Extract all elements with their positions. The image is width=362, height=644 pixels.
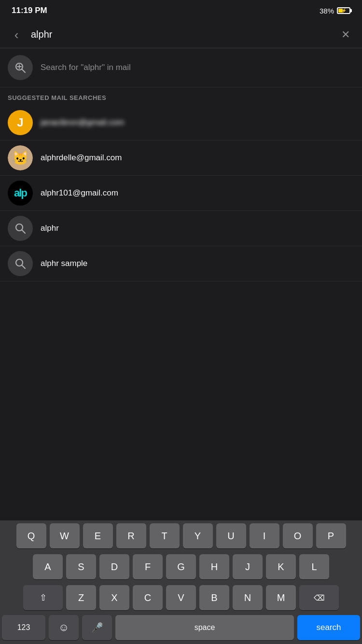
battery-percent: 38%: [320, 7, 334, 15]
section-header: SUGGESTED MAIL SEARCHES: [0, 87, 362, 105]
contact-email: janacibron@gmail.com: [41, 118, 124, 127]
status-time: 11:19 PM: [12, 6, 47, 15]
key-p[interactable]: P: [316, 523, 346, 548]
key-e[interactable]: E: [83, 523, 113, 548]
key-n[interactable]: N: [233, 585, 263, 610]
search-avatar-icon: [14, 257, 27, 270]
key-j[interactable]: J: [233, 554, 263, 579]
avatar: [8, 251, 33, 276]
contact-email: alphr sample: [41, 259, 87, 268]
keyboard-bottom-row: 123 ☺ 🎤 space search: [0, 613, 362, 644]
key-a[interactable]: A: [33, 554, 63, 579]
list-item[interactable]: alphr: [0, 211, 362, 246]
search-key[interactable]: search: [297, 615, 360, 640]
key-k[interactable]: K: [266, 554, 296, 579]
key-h[interactable]: H: [199, 554, 229, 579]
key-z[interactable]: Z: [66, 585, 96, 610]
back-button[interactable]: ‹: [8, 26, 25, 43]
key-t[interactable]: T: [150, 523, 180, 548]
battery-icon: ⚡: [337, 7, 350, 14]
avatar: [8, 216, 33, 241]
clear-icon: ✕: [341, 28, 350, 41]
key-q[interactable]: Q: [16, 523, 46, 548]
key-d[interactable]: D: [99, 554, 129, 579]
avatar-letter: J: [17, 116, 23, 129]
key-y[interactable]: Y: [183, 523, 213, 548]
alp-logo-icon: alp: [14, 187, 27, 199]
list-item[interactable]: J janacibron@gmail.com: [0, 105, 362, 140]
svg-line-5: [22, 230, 26, 234]
keyboard-row-2: A S D F G H J K L: [0, 551, 362, 582]
key-u[interactable]: U: [216, 523, 246, 548]
list-item[interactable]: alphr sample: [0, 246, 362, 281]
list-item[interactable]: alp alphr101@gmail.com: [0, 176, 362, 211]
key-b[interactable]: B: [199, 585, 229, 610]
search-icon-circle: [8, 55, 33, 80]
search-avatar-icon: [14, 222, 27, 235]
key-i[interactable]: I: [250, 523, 279, 548]
results-area: Search for "alphr" in mail SUGGESTED MAI…: [0, 48, 362, 281]
contact-email: alphr101@gmail.com: [41, 188, 118, 198]
keyboard: Q W E R T Y U I O P A S D F G H J K L ⇧ …: [0, 520, 362, 644]
key-w[interactable]: W: [50, 523, 80, 548]
status-right: 38% ⚡: [320, 7, 350, 15]
shift-key[interactable]: ⇧: [23, 585, 63, 610]
key-o[interactable]: O: [283, 523, 313, 548]
key-f[interactable]: F: [133, 554, 163, 579]
status-bar: 11:19 PM 38% ⚡: [0, 0, 362, 21]
key-x[interactable]: X: [99, 585, 129, 610]
search-in-mail-label: Search for "alphr" in mail: [41, 63, 131, 72]
clear-button[interactable]: ✕: [337, 26, 354, 43]
emoji-key[interactable]: ☺: [49, 615, 79, 640]
cat-avatar: 🐱: [8, 145, 33, 170]
delete-key[interactable]: ⌫: [299, 585, 339, 610]
svg-line-1: [22, 70, 26, 73]
key-r[interactable]: R: [116, 523, 146, 548]
numbers-key[interactable]: 123: [2, 615, 45, 640]
microphone-key[interactable]: 🎤: [82, 615, 112, 640]
back-chevron-icon: ‹: [14, 28, 19, 41]
search-bar: ‹ ✕: [0, 21, 362, 48]
key-l[interactable]: L: [299, 554, 329, 579]
key-s[interactable]: S: [66, 554, 96, 579]
svg-line-7: [22, 266, 26, 269]
lightning-icon: ⚡: [341, 8, 347, 13]
contact-email: alphr: [41, 224, 59, 233]
search-input-wrapper: [31, 29, 331, 40]
avatar: J: [8, 110, 33, 135]
search-in-mail-row[interactable]: Search for "alphr" in mail: [0, 48, 362, 87]
key-g[interactable]: G: [166, 554, 196, 579]
key-m[interactable]: M: [266, 585, 296, 610]
search-input[interactable]: [31, 29, 331, 40]
keyboard-row-1: Q W E R T Y U I O P: [0, 520, 362, 551]
avatar: 🐱: [8, 145, 33, 170]
key-c[interactable]: C: [133, 585, 163, 610]
search-list-icon: [14, 61, 27, 74]
list-item[interactable]: 🐱 alphrdelle@gmail.com: [0, 140, 362, 176]
contact-email: alphrdelle@gmail.com: [41, 153, 122, 163]
space-key[interactable]: space: [115, 615, 294, 640]
key-v[interactable]: V: [166, 585, 196, 610]
avatar: alp: [8, 181, 33, 206]
keyboard-row-3: ⇧ Z X C V B N M ⌫: [0, 582, 362, 613]
